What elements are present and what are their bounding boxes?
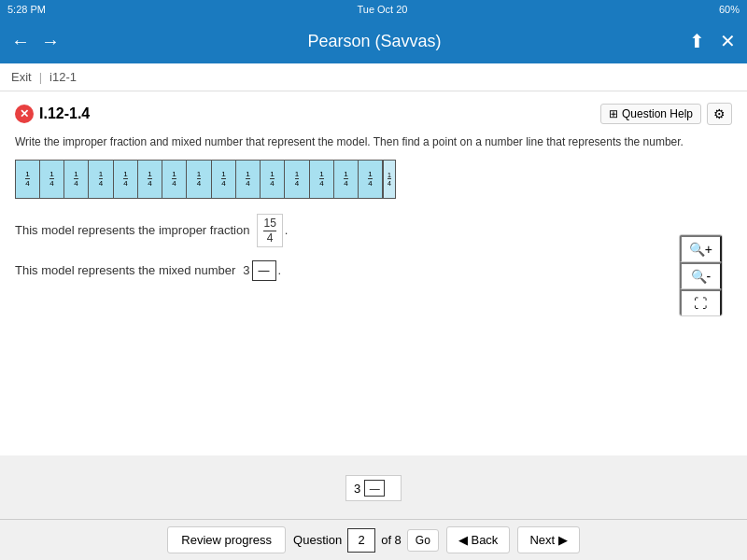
question-header: ✕ I.12-1.4 ⊞ Question Help ⚙: [15, 103, 732, 125]
exit-button[interactable]: Exit: [11, 70, 32, 84]
forward-nav-icon[interactable]: →: [41, 31, 60, 52]
fraction-cell: 14: [114, 161, 138, 198]
nav-arrows: ← →: [11, 31, 60, 52]
share-icon[interactable]: ⬆: [689, 30, 705, 52]
error-icon: ✕: [15, 105, 34, 123]
breadcrumb: i12-1: [49, 70, 77, 84]
nl-whole: 3: [354, 482, 360, 496]
fraction-model: 14 14 14 14 14 14 14 14 14 14 14 14 14: [15, 160, 388, 199]
improper-fraction-row: This model represents the improper fract…: [15, 214, 732, 247]
question-id: I.12-1.4: [39, 105, 90, 122]
status-time: 5:28 PM: [7, 4, 46, 15]
of-label: of 8: [381, 533, 402, 547]
mixed-whole: 3: [243, 263, 249, 277]
status-bar: 5:28 PM Tue Oct 20 60%: [0, 0, 747, 19]
fraction-cell: 14: [16, 161, 40, 198]
zoom-in-button[interactable]: 🔍+: [680, 235, 722, 262]
fraction-cell: 14: [310, 161, 334, 198]
fraction-group-1: 14 14 14 14: [15, 160, 114, 199]
fraction-cell: 14: [261, 161, 285, 198]
header-icons: ⬆ ✕: [689, 30, 736, 52]
close-icon[interactable]: ✕: [720, 30, 736, 52]
main-content: ✕ I.12-1.4 ⊞ Question Help ⚙ Write the i…: [0, 91, 747, 455]
fraction-group-3: 14 14 14 14: [212, 160, 310, 199]
expand-button[interactable]: ⛶: [680, 289, 722, 315]
question-label: Question: [293, 533, 342, 547]
review-progress-button[interactable]: Review progress: [167, 526, 286, 553]
settings-button[interactable]: ⚙: [707, 103, 732, 125]
number-line-input[interactable]: [364, 480, 385, 497]
question-number-input[interactable]: [347, 528, 375, 553]
back-button[interactable]: ◀ Back: [446, 526, 511, 553]
fraction-cell: 14: [162, 161, 187, 198]
instruction-text: Write the improper fraction and mixed nu…: [15, 134, 732, 150]
fraction-group-2: 14 14 14 14: [114, 160, 212, 199]
number-line-card: 3: [345, 475, 402, 501]
question-help-button[interactable]: ⊞ Question Help: [600, 104, 701, 124]
fraction-cell: 14: [359, 161, 383, 198]
mixed-number-label: This model represents the mixed number: [15, 263, 235, 277]
improper-denominator: 4: [267, 231, 274, 245]
status-battery: 60%: [719, 4, 740, 15]
improper-fraction-label: This model represents the improper fract…: [15, 223, 249, 237]
help-grid-icon: ⊞: [609, 107, 618, 120]
fraction-cell: 14: [40, 161, 64, 198]
fraction-cell: 14: [138, 161, 162, 198]
mixed-fraction-input[interactable]: [252, 260, 276, 281]
next-button[interactable]: Next ▶: [517, 526, 579, 553]
number-line-area: 3: [0, 455, 747, 521]
status-date: Tue Oct 20: [357, 4, 407, 15]
improper-fraction-display: 15 4: [257, 214, 282, 247]
question-help-area: ⊞ Question Help ⚙: [600, 103, 732, 125]
fraction-cell: 14: [334, 161, 359, 198]
mixed-number-container: 3: [243, 260, 275, 281]
question-navigator: Question of 8 Go: [293, 528, 439, 553]
question-title: ✕ I.12-1.4: [15, 105, 90, 123]
app-header: ← → Pearson (Savvas) ⬆ ✕: [0, 19, 747, 63]
fraction-cell: 14: [187, 161, 211, 198]
fraction-cell: 14: [89, 161, 113, 198]
go-button[interactable]: Go: [407, 529, 439, 552]
app-title: Pearson (Savvas): [307, 32, 441, 51]
improper-numerator: 15: [263, 217, 275, 231]
bottom-navigation-bar: Review progress Question of 8 Go ◀ Back …: [0, 519, 747, 560]
fraction-cell: 14: [285, 161, 309, 198]
mixed-number-row: This model represents the mixed number 3…: [15, 260, 732, 281]
sub-header: Exit | i12-1: [0, 63, 747, 91]
help-label: Question Help: [622, 107, 693, 120]
zoom-out-button[interactable]: 🔍-: [680, 262, 722, 289]
fraction-cell: 14: [64, 161, 89, 198]
fraction-cell-partial: 14: [383, 161, 395, 198]
fraction-cell: 14: [212, 161, 236, 198]
fraction-cell: 14: [236, 161, 261, 198]
fraction-group-4: 14 14 14 14: [310, 160, 396, 199]
back-nav-icon[interactable]: ←: [11, 31, 30, 52]
zoom-toolbar: 🔍+ 🔍- ⛶: [679, 234, 723, 316]
